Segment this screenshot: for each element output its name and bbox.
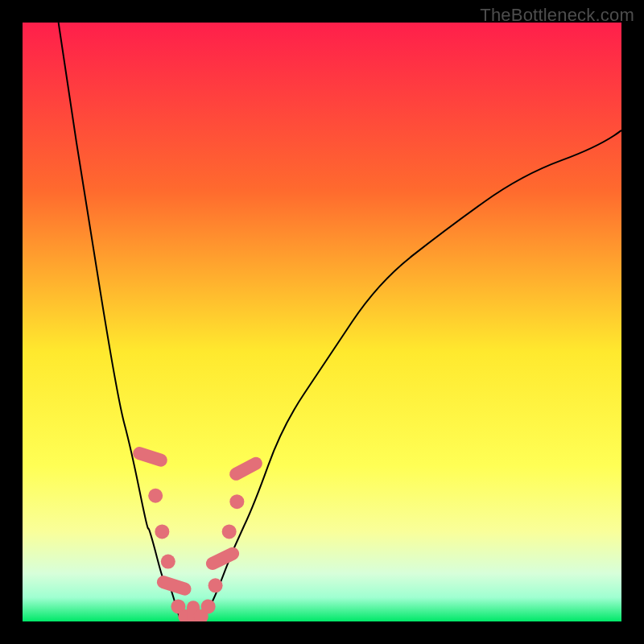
chart-svg	[23, 23, 621, 621]
chart-frame: TheBottleneck.com	[0, 0, 644, 644]
svg-rect-1	[131, 445, 169, 469]
watermark-text: TheBottleneck.com	[480, 5, 634, 26]
svg-rect-4	[204, 545, 242, 572]
marker-dot	[155, 524, 169, 539]
bottleneck-curve	[59, 23, 621, 621]
svg-rect-5	[227, 455, 264, 483]
plot-area	[23, 23, 621, 621]
marker-pill	[131, 445, 169, 469]
marker-dot	[148, 489, 163, 503]
marker-pill	[204, 545, 242, 572]
marker-pill	[227, 455, 264, 483]
marker-pill	[155, 574, 193, 597]
marker-dot	[229, 494, 244, 509]
marker-dot	[222, 524, 237, 539]
svg-rect-2	[155, 574, 193, 597]
data-markers	[131, 445, 265, 621]
marker-dot	[161, 555, 175, 569]
marker-dot	[208, 578, 223, 592]
curve-right-branch	[202, 130, 621, 621]
marker-dot	[201, 599, 216, 613]
